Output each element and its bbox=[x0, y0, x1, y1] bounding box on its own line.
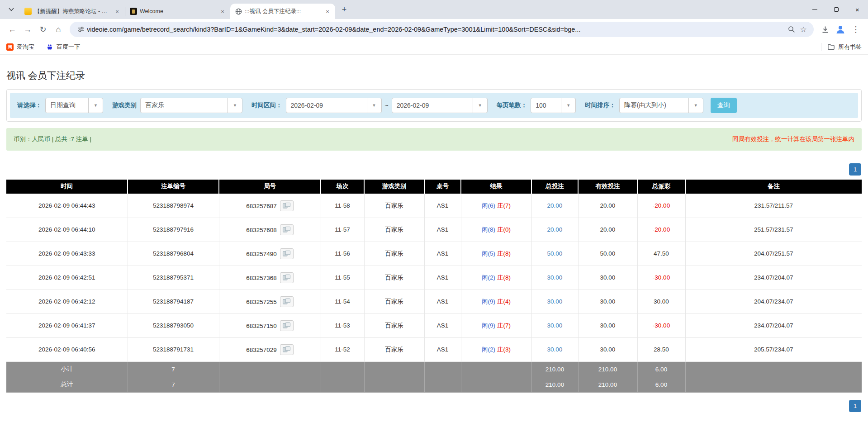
cell-note: 234.07/204.07 bbox=[685, 266, 862, 290]
round-detail-button[interactable] bbox=[280, 296, 294, 307]
cell-total-bet[interactable]: 30.00 bbox=[531, 266, 578, 290]
new-tab-button[interactable]: + bbox=[338, 3, 351, 16]
cell-session: 11-52 bbox=[321, 337, 364, 361]
cell-bet-id: 523188797916 bbox=[128, 218, 219, 242]
cell-total-bet[interactable]: 30.00 bbox=[531, 290, 578, 313]
tab-search-button[interactable] bbox=[5, 3, 18, 16]
result-player: 闲(9) bbox=[482, 298, 495, 305]
cell-note: 231.57/211.57 bbox=[685, 194, 862, 218]
home-icon[interactable]: ⌂ bbox=[51, 22, 66, 37]
site-settings-tune-icon[interactable] bbox=[75, 24, 87, 35]
column-header: 有效投注 bbox=[578, 180, 637, 194]
cell-total-bet[interactable]: 30.00 bbox=[531, 337, 578, 361]
menu-kebab-icon[interactable]: ⋮ bbox=[848, 22, 863, 37]
cell-game-type: 百家乐 bbox=[364, 266, 424, 290]
round-detail-button[interactable] bbox=[280, 224, 294, 235]
cell-note: 205.57/234.07 bbox=[685, 337, 862, 361]
address-bar[interactable]: videoie.com/game/betrecord_search/kind3?… bbox=[70, 22, 814, 37]
summary-alert-bar: 币别：人民币 | 总共 :7 注单 | 同局有效投注，统一计算在该局第一张注单内 bbox=[6, 128, 862, 151]
cell-total-bet[interactable]: 20.00 bbox=[531, 218, 578, 242]
round-detail-button[interactable] bbox=[280, 320, 294, 331]
baidu-paw-icon bbox=[46, 43, 53, 51]
summary-cell: 小计 bbox=[6, 361, 128, 377]
summary-cell: 总计 bbox=[6, 377, 128, 392]
bookmark-label: 爱淘宝 bbox=[17, 43, 34, 51]
round-detail-button[interactable] bbox=[280, 272, 294, 283]
round-detail-button[interactable] bbox=[280, 200, 294, 211]
welcome-favicon-icon bbox=[130, 8, 137, 15]
cards-icon bbox=[283, 227, 290, 233]
all-bookmarks[interactable]: 所有书签 bbox=[821, 43, 862, 51]
cell-note: 251.57/231.57 bbox=[685, 218, 862, 242]
cell-payout: -30.00 bbox=[637, 266, 685, 290]
cell-note: 204.07/251.57 bbox=[685, 242, 862, 266]
query-button[interactable]: 查询 bbox=[711, 98, 737, 113]
cell-session: 11-55 bbox=[321, 266, 364, 290]
cards-icon bbox=[283, 299, 290, 304]
url-text[interactable]: videoie.com/game/betrecord_search/kind3?… bbox=[87, 26, 786, 33]
summary-cell bbox=[685, 377, 862, 392]
window-maximize-button[interactable] bbox=[825, 0, 847, 19]
query-type-select[interactable]: 日期查询 ▼ bbox=[45, 98, 103, 113]
summary-cell bbox=[364, 361, 424, 377]
globe-icon bbox=[235, 8, 242, 15]
cell-round-id: 683257490 bbox=[219, 242, 321, 266]
downloads-icon[interactable] bbox=[817, 22, 833, 37]
page-1-button[interactable]: 1 bbox=[849, 163, 861, 176]
time-sort-select[interactable]: 降幂(由大到小) ▼ bbox=[619, 98, 703, 113]
cell-time: 2026-02-09 06:41:37 bbox=[6, 313, 128, 337]
tab-welcome[interactable]: Welcome × bbox=[125, 4, 230, 19]
cell-round-id: 683257255 bbox=[219, 290, 321, 313]
profile-avatar-icon[interactable] bbox=[833, 22, 848, 37]
date-start-select[interactable]: 2026-02-09 ▼ bbox=[286, 98, 382, 113]
tab-close-icon[interactable]: × bbox=[323, 7, 332, 15]
result-player: 闲(6) bbox=[482, 202, 495, 209]
summary-cell: 210.00 bbox=[578, 377, 637, 392]
chevron-down-icon: ▼ bbox=[88, 98, 103, 113]
result-player: 闲(2) bbox=[482, 274, 495, 281]
tab-bet-records[interactable]: :::视讯 会员下注纪录::: × bbox=[230, 4, 335, 19]
back-icon[interactable]: ← bbox=[5, 22, 20, 37]
bookmark-aitaobao[interactable]: 淘 爱淘宝 bbox=[6, 43, 34, 51]
tab-close-icon[interactable]: × bbox=[113, 7, 121, 15]
page-size-label: 每页笔数： bbox=[497, 101, 527, 109]
cell-round-id: 683257368 bbox=[219, 266, 321, 290]
cell-total-bet[interactable]: 20.00 bbox=[531, 194, 578, 218]
folder-icon bbox=[828, 43, 835, 51]
date-end-select[interactable]: 2026-02-09 ▼ bbox=[392, 98, 488, 113]
taobao-icon: 淘 bbox=[6, 43, 14, 51]
bookmark-baidu[interactable]: 百度一下 bbox=[46, 43, 80, 51]
bookmark-star-icon[interactable]: ☆ bbox=[797, 24, 809, 35]
page-size-select[interactable]: 100 ▼ bbox=[531, 98, 576, 113]
page-1-button[interactable]: 1 bbox=[849, 400, 861, 412]
tab-forum[interactable]: 【新提醒】海燕策略论坛 - 综合 × bbox=[20, 4, 125, 19]
cell-bet-id: 523188793050 bbox=[128, 313, 219, 337]
column-header: 游戏类别 bbox=[364, 180, 424, 194]
summary-cell bbox=[424, 377, 461, 392]
cell-time: 2026-02-09 06:40:56 bbox=[6, 337, 128, 361]
reload-icon[interactable]: ↻ bbox=[35, 22, 51, 37]
table-row: 2026-02-09 06:42:51523188795371683257368… bbox=[6, 266, 862, 290]
result-banker: 庄(3) bbox=[497, 346, 511, 353]
summary-cell: 210.00 bbox=[531, 361, 578, 377]
table-row: 2026-02-09 06:40:56523188791731683257029… bbox=[6, 337, 862, 361]
forward-icon[interactable]: → bbox=[20, 22, 35, 37]
result-player: 闲(2) bbox=[482, 346, 495, 353]
table-row: 2026-02-09 06:42:12523188794187683257255… bbox=[6, 290, 862, 313]
select-type-label: 请选择： bbox=[17, 101, 42, 109]
cell-valid-bet: 30.00 bbox=[578, 290, 637, 313]
game-type-select[interactable]: 百家乐 ▼ bbox=[140, 98, 242, 113]
game-type-value: 百家乐 bbox=[141, 101, 228, 109]
tab-close-icon[interactable]: × bbox=[218, 7, 227, 15]
window-close-button[interactable]: × bbox=[847, 0, 868, 19]
summary-cell: 6.00 bbox=[637, 377, 685, 392]
table-row: 2026-02-09 06:43:33523188796804683257490… bbox=[6, 242, 862, 266]
round-detail-button[interactable] bbox=[280, 248, 294, 259]
cell-total-bet[interactable]: 50.00 bbox=[531, 242, 578, 266]
cards-icon bbox=[283, 347, 290, 352]
round-detail-button[interactable] bbox=[280, 344, 294, 355]
cell-payout: 30.00 bbox=[637, 290, 685, 313]
zoom-magnifier-icon[interactable] bbox=[786, 24, 797, 35]
cell-total-bet[interactable]: 30.00 bbox=[531, 313, 578, 337]
window-minimize-button[interactable] bbox=[804, 0, 825, 19]
